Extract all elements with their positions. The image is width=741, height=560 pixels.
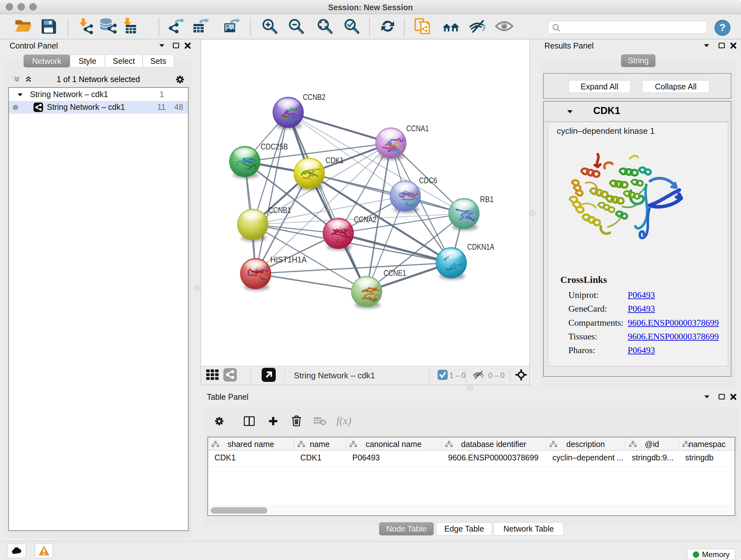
svg-text:CDC25B: CDC25B — [261, 142, 288, 151]
svg-text:CDC6: CDC6 — [419, 176, 437, 185]
svg-text:HIST1H1A: HIST1H1A — [270, 255, 307, 264]
svg-text:RB1: RB1 — [480, 194, 494, 204]
svg-text:CCNB1: CCNB1 — [268, 205, 291, 215]
svg-text:CCNA1: CCNA1 — [406, 124, 429, 133]
svg-text:CDKN1A: CDKN1A — [467, 242, 495, 252]
svg-text:CDK1: CDK1 — [326, 155, 344, 165]
svg-text:CCNA2: CCNA2 — [354, 214, 377, 224]
svg-text:CCNE1: CCNE1 — [384, 268, 406, 278]
svg-text:?: ? — [719, 22, 726, 33]
svg-text:CCNB2: CCNB2 — [303, 92, 326, 102]
